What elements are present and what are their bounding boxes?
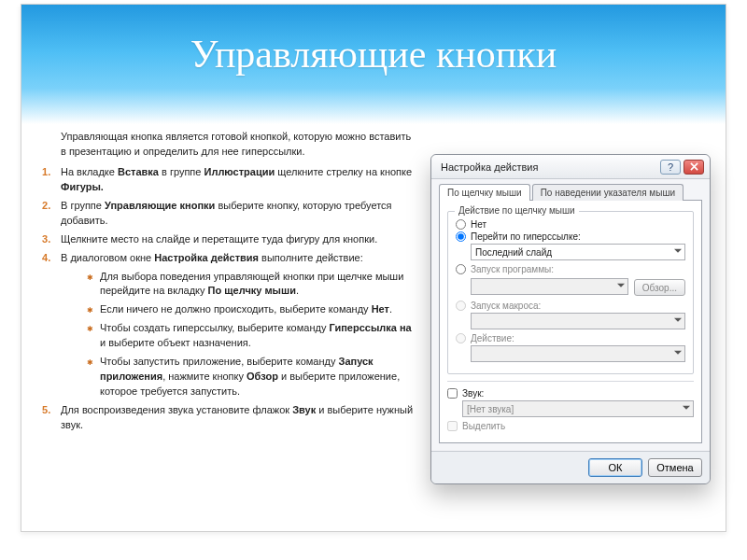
check-sound-input[interactable]	[447, 388, 458, 399]
action-group: Действие по щелчку мыши Нет Перейти по г…	[447, 211, 694, 374]
check-sound[interactable]: Звук:	[447, 388, 694, 399]
sub-bullets: Для выбора поведения управляющей кнопки …	[61, 270, 419, 400]
radio-hyperlink-input[interactable]	[456, 231, 466, 242]
radio-none[interactable]: Нет	[456, 219, 685, 230]
tab-on-hover[interactable]: По наведении указателя мыши	[532, 184, 684, 201]
dialog-footer: ОК Отмена	[431, 451, 710, 483]
help-button[interactable]: ?	[660, 160, 681, 175]
dialog-body: По щелчку мыши По наведении указателя мы…	[431, 179, 710, 451]
slide-title: Управляющие кнопки	[190, 32, 557, 77]
browse-button[interactable]: Обзор...	[634, 279, 685, 296]
slide-content: Управляющая кнопка является готовой кноп…	[21, 124, 726, 484]
instructions-column: Управляющая кнопка является готовой кноп…	[42, 130, 419, 484]
bullet-1: Для выбора поведения управляющей кнопки …	[87, 270, 419, 300]
step-3: Щелкните место на слайде и перетащите ту…	[42, 232, 419, 247]
program-path-input	[471, 278, 628, 295]
separator	[447, 381, 694, 382]
macro-combo	[471, 313, 685, 329]
dialog-tabs: По щелчку мыши По наведении указателя мы…	[439, 184, 702, 201]
close-icon	[690, 162, 698, 171]
action-settings-dialog: Настройка действия ? По щелчку мыши По н…	[430, 154, 711, 484]
dialog-titlebar[interactable]: Настройка действия ?	[431, 155, 710, 179]
hyperlink-combo[interactable]: Последний слайд	[471, 244, 685, 260]
radio-run-macro-input	[456, 301, 466, 311]
steps-list: На вкладке Вставка в группе Иллюстрации …	[42, 165, 419, 433]
step-5: Для воспроизведения звука установите фла…	[42, 403, 419, 433]
dialog-title: Настройка действия	[441, 161, 538, 173]
radio-run-program-input[interactable]	[456, 264, 466, 274]
radio-hyperlink[interactable]: Перейти по гиперссылке:	[456, 231, 685, 242]
sound-combo: [Нет звука]	[462, 400, 694, 417]
bullet-2: Если ничего не должно происходить, выбер…	[87, 302, 419, 317]
check-highlight[interactable]: Выделить	[447, 421, 694, 431]
radio-object-action-input	[456, 333, 466, 343]
tab-on-click[interactable]: По щелчку мыши	[439, 184, 530, 201]
step-1: На вкладке Вставка в группе Иллюстрации …	[42, 165, 419, 195]
presentation-slide: Управляющие кнопки Управляющая кнопка яв…	[21, 4, 726, 532]
ok-button[interactable]: ОК	[588, 458, 642, 477]
close-button[interactable]	[684, 160, 704, 175]
radio-run-program[interactable]: Запуск программы:	[456, 264, 685, 274]
check-highlight-input	[447, 421, 458, 431]
step-2: В группе Управляющие кнопки выберите кно…	[42, 199, 419, 229]
radio-object-action[interactable]: Действие:	[456, 333, 685, 343]
intro-paragraph: Управляющая кнопка является готовой кноп…	[61, 130, 419, 160]
radio-none-input[interactable]	[456, 219, 466, 230]
slide-title-bar: Управляющие кнопки	[21, 5, 726, 124]
radio-run-macro[interactable]: Запуск макроса:	[456, 301, 685, 311]
object-action-combo	[471, 345, 685, 362]
bullet-3: Чтобы создать гиперссылку, выберите кома…	[87, 321, 419, 351]
tab-panel: Действие по щелчку мыши Нет Перейти по г…	[439, 200, 702, 443]
bullet-4: Чтобы запустить приложение, выберите ком…	[87, 355, 419, 399]
cancel-button[interactable]: Отмена	[648, 458, 702, 477]
step-4: В диалоговом окне Настройка действия вып…	[42, 251, 419, 399]
group-title: Действие по щелчку мыши	[455, 205, 579, 216]
